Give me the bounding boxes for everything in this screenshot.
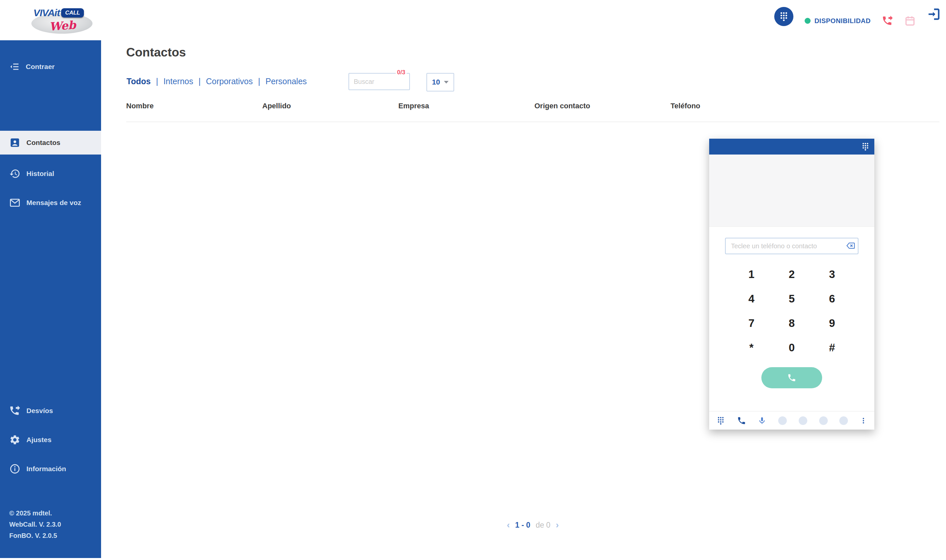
- disabled-action-icon: [839, 416, 848, 425]
- sidebar-item-desvios[interactable]: Desvíos: [0, 400, 101, 421]
- availability-dot-icon: [805, 18, 810, 24]
- logo-brand-text: VIVAit: [33, 7, 60, 18]
- sidebar-item-label: Mensajes de voz: [26, 199, 81, 207]
- next-page-button[interactable]: ›: [556, 520, 559, 530]
- sidebar-item-mensajes-de-voz[interactable]: Mensajes de voz: [0, 192, 101, 213]
- sidebar-item-label: Ajustes: [26, 436, 51, 444]
- call-button[interactable]: [761, 367, 822, 388]
- contacts-filter-tabs: Todos | Internos | Corporativos | Person…: [126, 77, 307, 86]
- dial-input-wrap: [725, 238, 858, 254]
- backspace-icon[interactable]: [845, 241, 855, 252]
- sidebar-item-contactos[interactable]: Contactos: [0, 131, 101, 155]
- sidebar: Contraer Contactos Historial: [0, 40, 101, 558]
- sidebar-collapse-button[interactable]: Contraer: [0, 56, 101, 77]
- fonbo-version-line: FonBO. V. 2.0.5: [9, 530, 61, 541]
- sidebar-item-informacion[interactable]: Información: [0, 458, 101, 479]
- calendar-button[interactable]: [904, 15, 916, 26]
- sidebar-item-label: Historial: [26, 170, 54, 178]
- key-4[interactable]: 4: [731, 287, 772, 311]
- disabled-action-icon: [778, 416, 787, 425]
- tab-separator: |: [199, 77, 201, 86]
- column-header-apellido: Apellido: [262, 102, 398, 110]
- logo-web-text: Web: [49, 18, 76, 33]
- key-8[interactable]: 8: [772, 311, 812, 335]
- page-title: Contactos: [126, 46, 186, 60]
- more-vertical-icon[interactable]: [860, 416, 867, 425]
- key-6[interactable]: 6: [812, 287, 852, 311]
- page-size-select[interactable]: 10: [427, 73, 454, 91]
- sidebar-item-label: Información: [26, 465, 66, 473]
- webcall-app: VIVAit CALL Web DISPONIBILIDAD: [0, 0, 946, 560]
- dialpad-icon: [779, 12, 789, 22]
- microphone-icon[interactable]: [758, 416, 766, 425]
- phone-icon[interactable]: [737, 416, 746, 425]
- contact-card-icon: [9, 137, 20, 148]
- tab-corporativos[interactable]: Corporativos: [206, 77, 253, 86]
- tab-separator: |: [156, 77, 158, 86]
- key-hash[interactable]: #: [812, 335, 852, 360]
- dialpad-toggle-button[interactable]: [774, 7, 793, 26]
- disabled-action-icon: [799, 416, 807, 425]
- key-3[interactable]: 3: [812, 262, 852, 287]
- logout-button[interactable]: [927, 7, 941, 21]
- key-1[interactable]: 1: [731, 262, 772, 287]
- tab-personales[interactable]: Personales: [266, 77, 307, 86]
- chevron-down-icon: [444, 81, 448, 83]
- collapse-menu-icon: [9, 62, 20, 72]
- sidebar-item-ajustes[interactable]: Ajustes: [0, 429, 101, 451]
- sidebar-collapse-label: Contraer: [26, 63, 55, 71]
- tab-internos[interactable]: Internos: [163, 77, 193, 86]
- key-star[interactable]: *: [731, 335, 772, 360]
- phone-forward-icon: [9, 405, 20, 416]
- phone-forward-icon: [882, 15, 893, 26]
- key-9[interactable]: 9: [812, 311, 852, 335]
- softphone-toolbar: [709, 411, 874, 429]
- key-2[interactable]: 2: [772, 262, 812, 287]
- previous-page-button[interactable]: ‹: [507, 520, 510, 530]
- dialpad-icon[interactable]: [716, 416, 725, 425]
- availability-status[interactable]: DISPONIBILIDAD: [805, 17, 871, 25]
- call-status-display: [709, 155, 874, 227]
- gear-icon: [9, 434, 20, 445]
- logo-call-badge: CALL: [61, 8, 84, 17]
- sidebar-version-info: © 2025 mdtel. WebCall. V. 2.3.0 FonBO. V…: [9, 508, 61, 541]
- key-7[interactable]: 7: [731, 311, 772, 335]
- pagination: ‹ 1 - 0 de 0 ›: [126, 520, 939, 530]
- column-header-nombre: Nombre: [126, 102, 262, 110]
- header-actions: DISPONIBILIDAD: [774, 7, 941, 26]
- dialpad-icon: [861, 142, 870, 151]
- top-header: VIVAit CALL Web DISPONIBILIDAD: [0, 0, 946, 40]
- column-header-telefono: Teléfono: [670, 102, 807, 110]
- availability-label: DISPONIBILIDAD: [815, 17, 871, 25]
- sidebar-item-label: Desvíos: [26, 407, 53, 415]
- phone-icon: [787, 373, 797, 382]
- envelope-icon: [9, 197, 20, 208]
- dialpad-keys: 1 2 3 4 5 6 7 8 9 * 0 #: [731, 262, 852, 360]
- history-icon: [9, 168, 20, 179]
- call-forward-button[interactable]: [882, 15, 893, 26]
- contacts-table-header: Nombre Apellido Empresa Origen contacto …: [126, 102, 807, 110]
- copyright-line: © 2025 mdtel.: [9, 508, 61, 519]
- softphone-panel: 1 2 3 4 5 6 7 8 9 * 0 #: [709, 139, 874, 429]
- softphone-header[interactable]: [709, 139, 874, 155]
- sidebar-item-historial[interactable]: Historial: [0, 163, 101, 184]
- disabled-action-icon: [819, 416, 828, 425]
- column-header-empresa: Empresa: [398, 102, 535, 110]
- contact-search: 0/3: [348, 73, 410, 90]
- dial-number-input[interactable]: [725, 238, 858, 254]
- column-header-origen-contacto: Origen contacto: [535, 102, 670, 110]
- key-0[interactable]: 0: [772, 335, 812, 360]
- webcall-version-line: WebCall. V. 2.3.0: [9, 519, 61, 530]
- page-size-value: 10: [432, 78, 440, 86]
- app-logo: VIVAit CALL Web: [31, 3, 92, 38]
- page-total: de 0: [536, 521, 551, 530]
- tab-separator: |: [258, 77, 260, 86]
- search-char-counter: 0/3: [396, 69, 407, 76]
- info-icon: [9, 463, 20, 474]
- logout-icon: [927, 7, 941, 21]
- table-header-divider: [126, 122, 939, 122]
- sidebar-item-label: Contactos: [26, 139, 60, 146]
- calendar-icon: [904, 15, 916, 26]
- tab-todos[interactable]: Todos: [126, 77, 151, 86]
- key-5[interactable]: 5: [772, 287, 812, 311]
